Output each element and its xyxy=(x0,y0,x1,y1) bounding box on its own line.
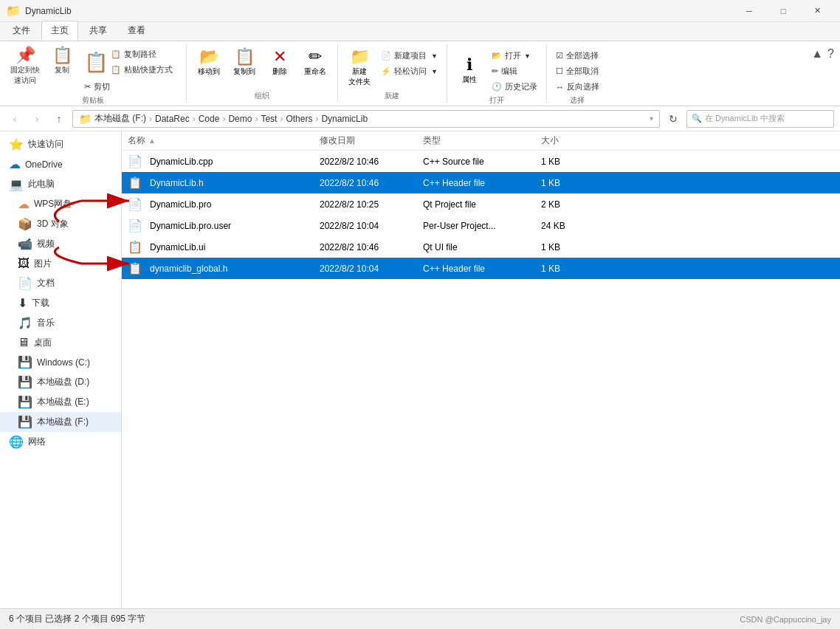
sidebar-item-windows-c[interactable]: 💾 Windows (C:) xyxy=(0,352,121,372)
up-icon[interactable]: ▲ xyxy=(811,47,823,61)
minimize-button[interactable]: ─ xyxy=(732,0,766,22)
select-all-button[interactable]: ☑ 全部选择 xyxy=(553,49,602,63)
sidebar-item-downloads[interactable]: ⬇ 下载 xyxy=(0,293,121,313)
sidebar-item-wps[interactable]: ☁ WPS网盘 xyxy=(0,194,121,214)
tab-file[interactable]: 文件 xyxy=(3,21,40,41)
file-name: DynamicLib.pro xyxy=(150,199,211,210)
file-list: 名称 ▲ 修改日期 类型 大小 📄 DynamicLib.cpp 2022/8/… xyxy=(122,131,840,608)
open-sub: 📂 打开 ▼ ✏ 编辑 🕐 历史记录 xyxy=(489,46,540,94)
paste-button[interactable]: 📋 📋 复制路径 📋 粘贴快捷方式 xyxy=(80,46,180,78)
copy-path-icon: 📋 xyxy=(111,49,121,59)
sidebar-item-onedrive[interactable]: ☁ OneDrive xyxy=(0,154,121,174)
desktop-label: 桌面 xyxy=(34,337,52,349)
file-row[interactable]: 📋 dynamiclib_global.h 2022/8/2 10:04 C++… xyxy=(122,258,840,279)
windows-c-label: Windows (C:) xyxy=(37,357,90,368)
search-box[interactable]: 🔍 在 DynamicLib 中搜索 xyxy=(686,110,834,128)
sidebar-item-local-f[interactable]: 💾 本地磁盘 (F:) xyxy=(0,412,121,432)
tab-home[interactable]: 主页 xyxy=(41,21,78,41)
new-folder-button[interactable]: 📁 新建文件夹 xyxy=(344,46,375,89)
sidebar-item-this-pc[interactable]: 💻 此电脑 xyxy=(0,174,121,194)
properties-button[interactable]: ℹ 属性 xyxy=(453,46,486,94)
title-controls: ─ □ ✕ xyxy=(732,0,834,22)
edit-button[interactable]: ✏ 编辑 xyxy=(489,64,540,78)
status-right: CSDN @Cappuccino_jay xyxy=(740,615,831,624)
ribbon-group-select: ☑ 全部选择 ☐ 全部取消 ↔ 反向选择 选择 xyxy=(547,44,608,103)
sidebar-item-local-d[interactable]: 💾 本地磁盘 (D:) xyxy=(0,372,121,392)
close-button[interactable]: ✕ xyxy=(800,0,834,22)
file-name: DynamicLib.h xyxy=(150,178,204,188)
invert-select-button[interactable]: ↔ 反向选择 xyxy=(553,80,602,94)
address-dropdown-icon[interactable]: ▾ xyxy=(650,114,653,123)
sidebar-item-desktop[interactable]: 🖥 桌面 xyxy=(0,333,121,352)
file-row[interactable]: 📄 DynamicLib.pro.user 2022/8/2 10:04 Per… xyxy=(122,215,840,236)
open-button[interactable]: 📂 打开 ▼ xyxy=(489,49,540,63)
wps-icon: ☁ xyxy=(18,197,30,211)
quick-access-icon: ⭐ xyxy=(9,137,24,151)
sidebar: ⭐ 快速访问 ☁ OneDrive 💻 此电脑 ☁ WPS网盘 📦 3D 对象 … xyxy=(0,131,122,608)
delete-button[interactable]: ✕ 删除 xyxy=(264,46,296,78)
col-header-name[interactable]: 名称 ▲ xyxy=(128,134,320,147)
file-cpp-icon: 📄 xyxy=(128,154,142,168)
ribbon: 📌 固定到快速访问 📋 复制 📋 📋 复制路径 xyxy=(0,41,840,106)
copy-label: 复制 xyxy=(55,65,69,75)
new-item-label: 新建项目 xyxy=(394,50,427,61)
maximize-button[interactable]: □ xyxy=(766,0,800,22)
file-list-header: 名称 ▲ 修改日期 类型 大小 xyxy=(122,131,840,151)
sidebar-item-documents[interactable]: 📄 文档 xyxy=(0,273,121,293)
rename-button[interactable]: ✏ 重命名 xyxy=(299,46,331,78)
tab-view[interactable]: 查看 xyxy=(118,21,155,41)
easy-access-icon: ⚡ xyxy=(381,66,391,76)
rename-icon: ✏ xyxy=(309,47,322,66)
address-bar[interactable]: 📁 本地磁盘 (F:) › DataRec › Code › Demo › Te… xyxy=(72,110,660,128)
paste-shortcut-icon: 📋 xyxy=(111,65,121,75)
forward-button[interactable]: › xyxy=(28,110,46,128)
new-folder-icon: 📁 xyxy=(350,47,370,66)
pin-label: 固定到快速访问 xyxy=(10,65,40,86)
tab-share[interactable]: 共享 xyxy=(80,21,117,41)
refresh-button[interactable]: ↻ xyxy=(664,110,682,128)
sidebar-item-3d[interactable]: 📦 3D 对象 xyxy=(0,214,121,234)
cut-button[interactable]: ✂ 剪切 xyxy=(80,80,180,94)
sidebar-item-images[interactable]: 🖼 图片 xyxy=(0,254,121,273)
history-button[interactable]: 🕐 历史记录 xyxy=(489,80,540,94)
new-folder-label: 新建文件夹 xyxy=(348,66,371,87)
copy-to-button[interactable]: 📋 复制到 xyxy=(228,46,261,78)
col-header-size[interactable]: 大小 xyxy=(541,134,600,147)
video-label: 视频 xyxy=(37,238,55,250)
back-button[interactable]: ‹ xyxy=(6,110,24,128)
copy-path-label: 复制路径 xyxy=(124,49,156,60)
onedrive-label: OneDrive xyxy=(25,159,63,170)
copy-path-button[interactable]: 📋 复制路径 xyxy=(108,47,176,61)
sidebar-item-music[interactable]: 🎵 音乐 xyxy=(0,313,121,333)
col-header-type[interactable]: 类型 xyxy=(423,134,541,147)
sidebar-item-quick-access[interactable]: ⭐ 快速访问 xyxy=(0,134,121,154)
new-item-button[interactable]: 📄 新建项目 ▼ xyxy=(378,49,441,63)
copy-button[interactable]: 📋 复制 xyxy=(47,46,77,77)
help-icon[interactable]: ? xyxy=(827,47,834,61)
up-directory-button[interactable]: ↑ xyxy=(50,110,68,128)
sidebar-item-local-e[interactable]: 💾 本地磁盘 (E:) xyxy=(0,392,121,412)
music-label: 音乐 xyxy=(37,317,55,329)
title-bar-left: 📁 DynamicLib xyxy=(6,4,72,18)
file-row[interactable]: 📋 DynamicLib.h 2022/8/2 10:46 C++ Header… xyxy=(122,172,840,193)
paste-shortcut-button[interactable]: 📋 粘贴快捷方式 xyxy=(108,63,176,77)
easy-access-button[interactable]: ⚡ 轻松访问 ▼ xyxy=(378,64,441,78)
video-icon: 📹 xyxy=(18,237,32,251)
file-name-cell: 📋 dynamiclib_global.h xyxy=(128,261,320,275)
file-row[interactable]: 📄 DynamicLib.cpp 2022/8/2 10:46 C++ Sour… xyxy=(122,151,840,172)
cut-label: 剪切 xyxy=(94,81,110,92)
file-row[interactable]: 📄 DynamicLib.pro 2022/8/2 10:25 Qt Proje… xyxy=(122,193,840,215)
file-date: 2022/8/2 10:25 xyxy=(320,199,423,210)
select-none-button[interactable]: ☐ 全部取消 xyxy=(553,64,602,78)
file-type: Qt Project file xyxy=(423,199,541,210)
pin-button[interactable]: 📌 固定到快速访问 xyxy=(6,46,44,87)
col-header-date[interactable]: 修改日期 xyxy=(320,134,423,147)
move-to-button[interactable]: 📂 移动到 xyxy=(193,46,225,78)
select-content: ☑ 全部选择 ☐ 全部取消 ↔ 反向选择 xyxy=(553,46,602,94)
sidebar-item-video[interactable]: 📹 视频 xyxy=(0,234,121,254)
local-e-icon: 💾 xyxy=(18,395,32,409)
paste-options: 📋 复制路径 📋 粘贴快捷方式 xyxy=(108,47,176,77)
file-name-cell: 📄 DynamicLib.pro xyxy=(128,197,320,211)
sidebar-item-network[interactable]: 🌐 网络 xyxy=(0,432,121,452)
file-row[interactable]: 📋 DynamicLib.ui 2022/8/2 10:46 Qt UI fil… xyxy=(122,236,840,258)
